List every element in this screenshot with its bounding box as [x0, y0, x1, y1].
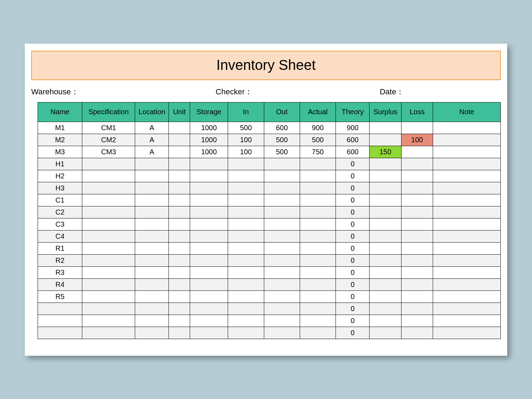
cell-name[interactable]: R1: [38, 242, 82, 254]
cell-spec[interactable]: [82, 194, 135, 206]
cell-surplus[interactable]: [370, 170, 401, 182]
cell-surplus[interactable]: [370, 206, 401, 218]
cell-loss[interactable]: [401, 254, 433, 266]
cell-spec[interactable]: CM1: [82, 122, 135, 134]
cell-storage[interactable]: [190, 266, 228, 278]
cell-loc[interactable]: [135, 327, 169, 339]
cell-unit[interactable]: [169, 146, 190, 158]
cell-unit[interactable]: [169, 158, 190, 170]
cell-out[interactable]: 600: [264, 122, 300, 134]
cell-out[interactable]: [264, 218, 300, 230]
cell-loc[interactable]: [135, 303, 169, 315]
cell-actual[interactable]: [300, 158, 336, 170]
cell-loc[interactable]: A: [135, 134, 169, 146]
cell-name[interactable]: H1: [38, 158, 82, 170]
col-header[interactable]: Storage: [190, 102, 228, 122]
cell-actual[interactable]: [300, 327, 336, 339]
cell-note[interactable]: [433, 303, 501, 315]
cell-theory[interactable]: 0: [336, 278, 370, 290]
cell-unit[interactable]: [169, 182, 190, 194]
cell-in[interactable]: [228, 206, 264, 218]
cell-actual[interactable]: [300, 206, 336, 218]
cell-unit[interactable]: [169, 266, 190, 278]
cell-in[interactable]: [228, 218, 264, 230]
cell-theory[interactable]: 0: [336, 194, 370, 206]
cell-theory[interactable]: 600: [336, 134, 370, 146]
cell-note[interactable]: [433, 146, 501, 158]
cell-name[interactable]: [38, 303, 82, 315]
cell-spec[interactable]: [82, 290, 135, 303]
cell-note[interactable]: [433, 218, 501, 230]
cell-loc[interactable]: [135, 194, 169, 206]
cell-storage[interactable]: 1000: [190, 122, 228, 134]
cell-loc[interactable]: [135, 170, 169, 182]
cell-out[interactable]: 500: [264, 134, 300, 146]
cell-spec[interactable]: [82, 206, 135, 218]
cell-name[interactable]: C1: [38, 194, 82, 206]
cell-theory[interactable]: 0: [336, 158, 370, 170]
cell-theory[interactable]: 0: [336, 242, 370, 254]
cell-unit[interactable]: [169, 134, 190, 146]
cell-spec[interactable]: [82, 170, 135, 182]
cell-actual[interactable]: [300, 315, 336, 327]
cell-loc[interactable]: [135, 182, 169, 194]
cell-loss[interactable]: [401, 218, 433, 230]
cell-spec[interactable]: [82, 254, 135, 266]
cell-surplus[interactable]: [370, 194, 401, 206]
cell-in[interactable]: [228, 254, 264, 266]
cell-spec[interactable]: [82, 218, 135, 230]
cell-loss[interactable]: [401, 327, 433, 339]
cell-unit[interactable]: [169, 315, 190, 327]
cell-out[interactable]: [264, 158, 300, 170]
cell-unit[interactable]: [169, 303, 190, 315]
cell-loc[interactable]: [135, 206, 169, 218]
cell-name[interactable]: C3: [38, 218, 82, 230]
cell-note[interactable]: [433, 158, 501, 170]
cell-loss[interactable]: [401, 194, 433, 206]
cell-unit[interactable]: [169, 170, 190, 182]
cell-storage[interactable]: [190, 315, 228, 327]
cell-out[interactable]: 500: [264, 146, 300, 158]
col-header[interactable]: Location: [135, 102, 169, 122]
cell-loc[interactable]: A: [135, 122, 169, 134]
cell-out[interactable]: [264, 278, 300, 290]
cell-note[interactable]: [433, 242, 501, 254]
cell-in[interactable]: [228, 182, 264, 194]
cell-note[interactable]: [433, 182, 501, 194]
cell-storage[interactable]: [190, 218, 228, 230]
cell-spec[interactable]: [82, 327, 135, 339]
cell-surplus[interactable]: [370, 122, 401, 134]
cell-out[interactable]: [264, 230, 300, 242]
cell-loc[interactable]: [135, 218, 169, 230]
cell-out[interactable]: [264, 327, 300, 339]
cell-theory[interactable]: 0: [336, 315, 370, 327]
cell-note[interactable]: [433, 194, 501, 206]
cell-name[interactable]: R3: [38, 266, 82, 278]
cell-storage[interactable]: [190, 230, 228, 242]
cell-loss[interactable]: [401, 242, 433, 254]
cell-name[interactable]: [38, 315, 82, 327]
cell-spec[interactable]: CM3: [82, 146, 135, 158]
cell-storage[interactable]: [190, 206, 228, 218]
col-header[interactable]: Note: [433, 102, 501, 122]
cell-actual[interactable]: [300, 230, 336, 242]
cell-loss[interactable]: [401, 182, 433, 194]
cell-name[interactable]: [38, 327, 82, 339]
cell-loc[interactable]: [135, 158, 169, 170]
cell-in[interactable]: [228, 266, 264, 278]
cell-storage[interactable]: [190, 278, 228, 290]
cell-name[interactable]: H2: [38, 170, 82, 182]
cell-name[interactable]: R5: [38, 290, 82, 303]
cell-out[interactable]: [264, 266, 300, 278]
cell-storage[interactable]: [190, 327, 228, 339]
cell-name[interactable]: M1: [38, 122, 82, 134]
cell-actual[interactable]: [300, 242, 336, 254]
col-header[interactable]: Loss: [401, 102, 433, 122]
cell-loss[interactable]: [401, 158, 433, 170]
cell-storage[interactable]: [190, 242, 228, 254]
cell-loc[interactable]: [135, 278, 169, 290]
cell-loc[interactable]: A: [135, 146, 169, 158]
cell-note[interactable]: [433, 278, 501, 290]
col-header[interactable]: Name: [38, 102, 82, 122]
cell-in[interactable]: [228, 327, 264, 339]
